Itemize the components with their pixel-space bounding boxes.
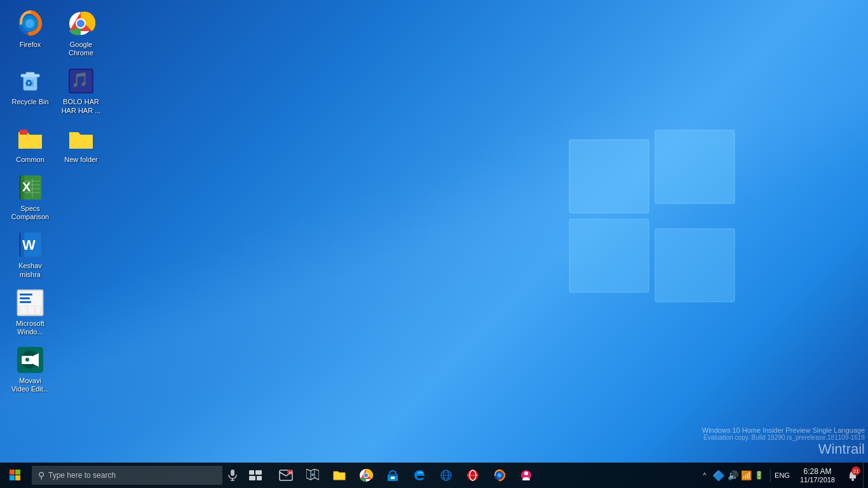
svg-rect-20 [20, 130, 27, 135]
tray-icons: 🔷 🔊 📶 🔋 [707, 470, 769, 482]
excel-icon: X [16, 173, 44, 202]
bolo-har-icon: 🎵 [67, 67, 95, 95]
icon-microsoft-windows[interactable]: Microsoft Windo... [6, 285, 54, 339]
svg-rect-36 [20, 294, 32, 295]
task-view-button[interactable] [243, 463, 268, 488]
taskbar-maps-icon[interactable] [300, 463, 325, 488]
svg-rect-3 [655, 229, 735, 302]
recycle-bin-label: Recycle Bin [11, 98, 48, 106]
bolo-har-label: BOLO HAR HAR HAR ... [60, 98, 102, 114]
svg-rect-53 [15, 475, 20, 480]
svg-rect-54 [231, 470, 234, 476]
specs-comparison-label: Specs Comparison [10, 205, 51, 221]
svg-rect-1 [655, 130, 735, 203]
firefox-label: Firefox [20, 41, 41, 49]
windows-start-icon [10, 470, 21, 481]
svg-rect-57 [249, 470, 254, 475]
task-view-icon [249, 470, 262, 480]
taskbar-store-icon[interactable] [380, 463, 405, 488]
notification-center-button[interactable]: 21 [843, 463, 863, 488]
search-placeholder: Type here to search [48, 471, 116, 480]
icon-common[interactable]: Common [6, 121, 54, 167]
ie-icon [440, 469, 452, 482]
icon-new-folder[interactable]: New folder [57, 121, 105, 167]
svg-rect-0 [569, 140, 649, 213]
taskbar-opera-icon[interactable] [460, 463, 485, 488]
svg-rect-60 [257, 476, 262, 480]
svg-point-70 [364, 473, 368, 477]
svg-text:♻: ♻ [25, 78, 33, 88]
system-tray: ^ 🔷 🔊 📶 🔋 ENG 6:28 AM 11/17/2018 [702, 463, 868, 488]
icon-recycle-bin[interactable]: ♻ Recycle Bin [6, 64, 54, 118]
show-desktop-button[interactable] [863, 463, 868, 488]
svg-text:X: X [22, 180, 31, 194]
volume-icon[interactable]: 🔊 [728, 470, 738, 480]
icon-firefox[interactable]: Firefox [6, 6, 54, 60]
svg-rect-52 [10, 475, 15, 480]
svg-text:W: W [22, 237, 36, 253]
icon-specs-comparison[interactable]: X Specs Comparison [6, 170, 54, 224]
notification-count: 21 [853, 468, 859, 474]
word-icon: W [16, 231, 44, 259]
clock-time: 6:28 AM [803, 467, 831, 476]
windows-logo [563, 127, 741, 318]
icon-keshav-mishra[interactable]: W Keshav mishra [6, 227, 54, 281]
taskbar-edge-icon[interactable] [407, 463, 432, 488]
svg-text:🎵: 🎵 [71, 71, 89, 88]
battery-icon[interactable]: 🔋 [754, 471, 764, 480]
mail-icon: 34 [279, 470, 293, 481]
taskbar-app-icons: 34 [273, 463, 539, 488]
taskbar-firefox-icon[interactable] [487, 463, 512, 488]
clock-area[interactable]: 6:28 AM 11/17/2018 [792, 463, 843, 488]
svg-rect-37 [20, 297, 30, 299]
svg-rect-50 [10, 470, 15, 475]
svg-rect-38 [20, 301, 31, 303]
taskbar-file-explorer-icon[interactable] [327, 463, 352, 488]
chrome-icon [67, 10, 95, 38]
taskbar-mail-icon[interactable]: 34 [273, 463, 299, 488]
icon-movavi[interactable]: Movavi Video Edit... [6, 342, 54, 396]
keyboard-language[interactable]: ENG [772, 471, 792, 479]
svg-point-6 [25, 19, 34, 28]
start-button[interactable] [0, 463, 31, 488]
edge-icon [413, 469, 426, 482]
svg-rect-58 [255, 470, 262, 475]
microsoft-windows-label: Microsoft Windo... [10, 320, 51, 336]
chrome-taskbar-icon [359, 468, 373, 482]
taskbar-chrome-icon[interactable] [353, 463, 379, 488]
cortana-mic-button[interactable] [222, 463, 243, 488]
desktop-icons: Firefox Google Chrome [6, 6, 105, 396]
svg-rect-72 [391, 477, 395, 479]
svg-point-49 [25, 358, 29, 362]
new-folder-label: New folder [64, 156, 98, 164]
tray-expand-button[interactable]: ^ [702, 472, 707, 479]
svg-point-86 [851, 478, 854, 481]
svg-point-9 [77, 20, 85, 27]
movavi-icon [16, 346, 44, 374]
taskbar-search[interactable]: ⚲ Type here to search [32, 466, 222, 485]
unknown-app-icon [520, 469, 532, 482]
svg-rect-2 [569, 219, 649, 292]
taskbar: ⚲ Type here to search [0, 463, 868, 488]
network-icon[interactable]: 📶 [741, 470, 752, 480]
recycle-bin-icon: ♻ [16, 67, 44, 95]
wintrail-brand: Wintrail [702, 441, 865, 458]
icon-google-chrome[interactable]: Google Chrome [57, 6, 105, 60]
taskbar-unknown-icon[interactable] [513, 463, 539, 488]
svg-point-83 [498, 473, 501, 477]
icon-bolo-har[interactable]: 🎵 BOLO HAR HAR HAR ... [57, 64, 105, 118]
chrome-label: Google Chrome [60, 41, 102, 57]
firefox-icon [16, 10, 44, 38]
keshav-mishra-label: Keshav mishra [10, 262, 51, 278]
clock-date: 11/17/2018 [800, 476, 835, 484]
taskbar-ie-icon[interactable] [433, 463, 459, 488]
new-folder-icon [67, 125, 95, 153]
tray-divider [770, 469, 771, 482]
eval-line2: Evaluation copy. Build 18290.rs_prerelea… [702, 434, 865, 441]
svg-rect-59 [249, 476, 255, 480]
firefox-taskbar-icon [493, 469, 506, 482]
svg-text:34: 34 [288, 471, 292, 475]
msi-icon [16, 288, 44, 317]
wintrail-tray-icon[interactable]: 🔷 [712, 470, 725, 482]
desktop: Firefox Google Chrome [0, 0, 868, 488]
